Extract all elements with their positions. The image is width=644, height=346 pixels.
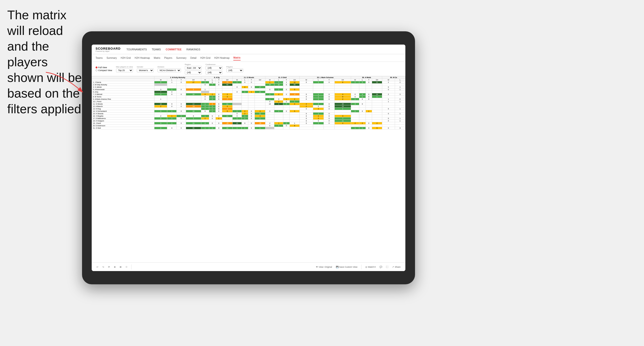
matrix-cell: 1 [216, 117, 222, 120]
undo-btn[interactable]: ↩ [96, 265, 100, 269]
subnav-players[interactable]: Players [164, 56, 172, 60]
conference-select[interactable]: (All) [206, 66, 222, 70]
division-select[interactable]: NCAA Division II [158, 68, 181, 72]
matrix-cell [300, 125, 313, 127]
matrix-cell [176, 86, 186, 88]
gender-select[interactable]: Women's [137, 68, 154, 72]
compact-view-radio[interactable] [96, 69, 98, 71]
player-name-cell: 10. L Perini [92, 100, 154, 103]
matrix-cell [167, 113, 176, 115]
grid-btn[interactable]: ⊞ [119, 265, 122, 269]
players-label: Players [226, 66, 243, 68]
matrix-cell [232, 100, 242, 103]
view-original-btn[interactable]: 👁 View: Original [315, 265, 333, 269]
subnav-matrix1[interactable]: Matrix [154, 56, 160, 60]
matrix-cell: 0 [283, 84, 290, 86]
subnav-h2hheatmap1[interactable]: H2H Heatmap [135, 56, 150, 60]
player-name-cell: 13. N Klug [92, 108, 154, 110]
matrix-cell [201, 91, 209, 93]
add-btn[interactable]: ⊕ [113, 265, 117, 269]
settings-btn[interactable]: ☉ [124, 265, 128, 269]
matrix-cell [186, 100, 201, 103]
matrix-cell: 2 [313, 117, 324, 120]
matrix-cell: -20 [222, 122, 232, 125]
matrix-cell: 1 [167, 117, 176, 120]
matrix-cell [382, 125, 395, 127]
matrix-cell [176, 100, 186, 103]
matrix-cell [176, 96, 186, 98]
sub-w2: W [201, 79, 209, 81]
matrix-cell [300, 91, 313, 93]
col-header-za: 60. W Za [382, 76, 405, 79]
matrix-cell: 24 [372, 93, 382, 96]
matrix-cell [255, 108, 266, 110]
matrix-cell: 1 [209, 127, 216, 129]
full-view-radio[interactable] [96, 66, 98, 68]
matrix-cell [154, 100, 167, 103]
division-label: Division [158, 66, 181, 68]
matrix-cell [366, 108, 372, 110]
region-select-all[interactable]: (All) [185, 71, 202, 74]
matrix-cell [232, 105, 242, 108]
matrix-cell [283, 127, 290, 129]
subnav-summary2[interactable]: Summary [176, 56, 186, 60]
nav-committee[interactable]: COMMITTEE [166, 47, 182, 52]
sub-t2: T [216, 79, 222, 81]
max-players-select[interactable]: Top 25 [116, 68, 133, 72]
matrix-cell [366, 115, 372, 117]
filter-players: Players (All) [226, 66, 243, 72]
table-row: 13. N Klug110-2020101 [92, 108, 405, 110]
table-row: 8. M Torres010301080101 [92, 96, 405, 98]
region-select[interactable]: East - DII [185, 66, 202, 70]
matrix-cell: 2 [300, 103, 313, 105]
conference-select2[interactable]: (All) [206, 71, 222, 74]
sub-l2: L [209, 79, 216, 81]
matrix-cell: 0 [300, 93, 313, 96]
sub-t6: T [366, 79, 372, 81]
nav-teams[interactable]: TEAMS [152, 47, 161, 52]
comment-btn[interactable]: 💬 [378, 265, 383, 269]
sub-d4: Dif [290, 79, 300, 81]
table-row: 2. M Kelly Mulcahy070401010050 [92, 84, 405, 86]
subnav-h2hgrid2[interactable]: H2H Grid [200, 56, 210, 60]
matrix-cell [209, 86, 216, 88]
nav-rankings[interactable]: RANKINGS [186, 47, 200, 52]
player-name-cell: 21. O Stoll [92, 127, 154, 129]
save-custom-btn[interactable]: 💾 Save Custom View [335, 265, 358, 269]
nav-tournaments[interactable]: TOURNAMENTS [126, 47, 147, 52]
matrix-cell [324, 100, 334, 103]
redo-btn[interactable]: ↪ [101, 265, 105, 269]
watch-btn[interactable]: ◎ Watch ▾ [364, 265, 377, 269]
subnav-teams[interactable]: Teams [96, 56, 102, 60]
compact-view-option[interactable]: Compact View [96, 69, 112, 72]
matrix-cell: 18 [186, 93, 201, 96]
subnav-h2hheatmap2[interactable]: H2H Heatmap [214, 56, 230, 60]
subnav-matrix2[interactable]: Matrix [233, 55, 240, 60]
matrix-cell: 0 [300, 81, 313, 84]
subnav-detail[interactable]: Detail [190, 56, 197, 60]
subnav-summary1[interactable]: Summary [106, 56, 117, 60]
matrix-cell: 0 [176, 93, 186, 96]
full-view-option[interactable]: Full View [96, 66, 112, 69]
matrix-cell [154, 108, 167, 110]
matrix-cell: 3 [154, 81, 167, 84]
fullscreen-btn[interactable]: ⛶ [385, 265, 389, 269]
matrix-cell: 8 [334, 96, 351, 98]
refresh-btn[interactable]: ⟳ [107, 265, 111, 269]
player-name-cell: 2. M Kelly Mulcahy [92, 84, 154, 86]
sub-l6: L [359, 79, 366, 81]
matrix-cell: 11 [334, 120, 351, 122]
subnav-h2hgrid1[interactable]: H2H Grid [121, 56, 131, 60]
matrix-cell: 1 [232, 117, 242, 120]
players-select[interactable]: (All) [226, 68, 243, 72]
matrix-cell [313, 127, 324, 129]
matrix-cell: 3 [154, 93, 167, 96]
matrix-cell: 0 [324, 108, 334, 110]
matrix-cell: 1 [290, 100, 300, 103]
share-btn[interactable]: ↗ Share [391, 265, 402, 269]
matrix-cell [372, 84, 382, 86]
sub-d3: Dif [255, 79, 266, 81]
filter-max-players: Max players in view Top 25 [116, 66, 133, 72]
matrix-cell: 1 [201, 108, 209, 110]
region-label: Region [185, 63, 202, 66]
